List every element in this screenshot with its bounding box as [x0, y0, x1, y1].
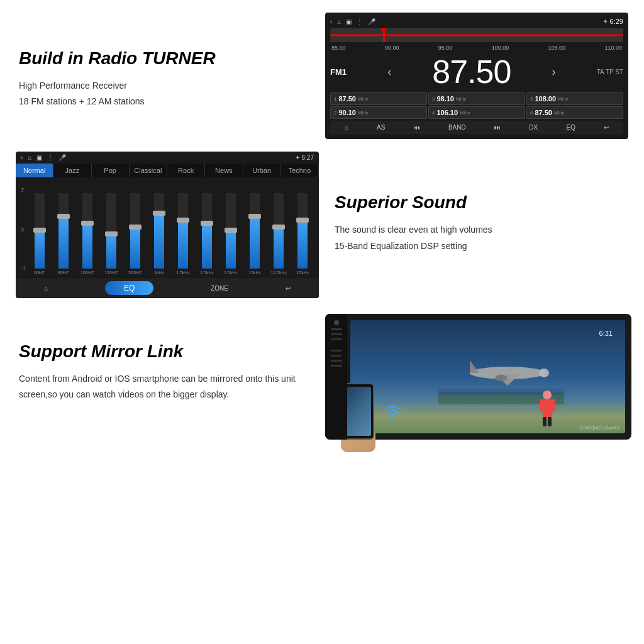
unit-button4[interactable]: [331, 350, 342, 352]
eq-band-thumb-5[interactable]: [153, 211, 165, 216]
eq-tab-classical[interactable]: Classical: [130, 164, 167, 177]
eq-toolbar-eq[interactable]: EQ: [105, 281, 153, 295]
radio-frequency-slider[interactable]: [330, 28, 623, 42]
eq-band-track-7: [202, 193, 212, 269]
toolbar-as[interactable]: AS: [377, 124, 385, 131]
preset-freq-6: 87.50: [535, 109, 552, 116]
toolbar-next[interactable]: ⏭: [494, 124, 501, 131]
unit-button2[interactable]: [331, 333, 342, 335]
preset-unit-4: MHz: [460, 110, 470, 116]
eq-band-0[interactable]: 60HZ: [28, 187, 50, 275]
person-svg: [538, 390, 557, 428]
radio-main-display: FM1 ‹ 87.50 › TA TP ST: [330, 53, 623, 91]
eq-tab-rock[interactable]: Rock: [167, 164, 205, 177]
preset-4[interactable]: 4 106.10 MHz: [428, 106, 525, 119]
eq-tab-urban[interactable]: Urban: [243, 164, 281, 177]
eq-toolbar-zone[interactable]: ZONE: [211, 285, 228, 292]
eq-tab-pop[interactable]: Pop: [92, 164, 130, 177]
eq-band-10[interactable]: 12.5kHz: [268, 187, 290, 275]
radio-statusbar: ‹ ⌂ ▣ ⋮ 🎤 ✦ 6:29: [330, 18, 623, 26]
unit-led: [334, 320, 339, 325]
eq-band-thumb-11[interactable]: [296, 218, 309, 223]
eq-band-thumb-8[interactable]: [225, 228, 237, 233]
eq-band-thumb-6[interactable]: [177, 218, 189, 223]
eq-band-11[interactable]: 15kHz: [292, 187, 314, 275]
preset-unit-1: MHz: [358, 96, 368, 102]
back-icon[interactable]: ‹: [330, 18, 332, 25]
eq-band-thumb-2[interactable]: [81, 221, 94, 226]
toolbar-home[interactable]: ⌂: [345, 124, 348, 131]
eq-tab-jazz[interactable]: Jazz: [53, 164, 91, 177]
eq-band-8[interactable]: 7.5kHz: [220, 187, 242, 275]
next-freq-button[interactable]: ›: [552, 65, 556, 79]
slider-track: [330, 35, 623, 36]
eq-band-7[interactable]: 2.5kHz: [196, 187, 218, 275]
svg-rect-10: [550, 399, 555, 412]
toolbar-dx[interactable]: DX: [529, 124, 538, 131]
eq-band-9[interactable]: 10kHz: [244, 187, 266, 275]
eq-back-icon[interactable]: ‹: [21, 154, 23, 161]
eq-preset-tabs: Normal Jazz Pop Classical Rock News Urba…: [16, 164, 319, 177]
preset-unit-3: MHz: [456, 96, 466, 102]
preset-2[interactable]: 2 90.10 MHz: [330, 106, 427, 119]
eq-band-2[interactable]: 100HZ: [76, 187, 98, 275]
svg-point-13: [391, 418, 394, 421]
preset-num-6: 6: [530, 110, 533, 116]
eq-band-thumb-10[interactable]: [272, 225, 285, 230]
unit-button5[interactable]: [331, 355, 342, 357]
freq-label-6: 110.00: [604, 45, 622, 51]
home-icon[interactable]: ⌂: [337, 18, 341, 25]
toolbar-band[interactable]: BAND: [448, 124, 466, 131]
prev-freq-button[interactable]: ‹: [387, 65, 391, 79]
mirror-text-section: Support Mirror Link Content from Android…: [6, 301, 322, 443]
eq-menu-icon[interactable]: ⋮: [47, 154, 53, 161]
eq-tab-techno[interactable]: Techno: [281, 164, 319, 177]
toolbar-back[interactable]: ↩: [604, 124, 609, 131]
eq-toolbar-back[interactable]: ↩: [286, 285, 291, 292]
preset-1[interactable]: 1 87.50 MHz: [330, 92, 427, 105]
eq-band-thumb-0[interactable]: [33, 228, 46, 233]
eq-band-track-4: [130, 193, 140, 269]
toolbar-eq[interactable]: EQ: [567, 124, 575, 131]
eq-band-5[interactable]: 1kHz: [148, 187, 170, 275]
mirror-description: Content from Android or IOS smartphone c…: [19, 371, 316, 402]
eq-band-track-2: [82, 193, 92, 269]
toolbar-prev[interactable]: ⏮: [414, 124, 420, 131]
eq-band-thumb-3[interactable]: [105, 231, 118, 236]
eq-tab-news[interactable]: News: [205, 164, 243, 177]
eq-tab-normal[interactable]: Normal: [16, 164, 53, 177]
eq-band-label-5: 1kHz: [154, 270, 164, 275]
sound-text-section: Superior Sound The sound is clear even a…: [322, 145, 638, 301]
eq-band-3[interactable]: 120HZ: [100, 187, 122, 275]
eq-screen-section: ‹ ⌂ ▣ ⋮ 🎤 ✦ 6:27 Normal Jazz Pop Classic…: [6, 145, 322, 301]
eq-band-track-11: [297, 193, 308, 269]
eq-band-4[interactable]: 500HZ: [124, 187, 146, 275]
eq-window-icon[interactable]: ▣: [36, 154, 42, 161]
eq-band-thumb-4[interactable]: [129, 225, 142, 230]
eq-band-6[interactable]: 1.5kHz: [172, 187, 194, 275]
phone-device: [343, 383, 374, 440]
eq-band-fill-7: [202, 223, 212, 269]
freq-label-5: 105.00: [548, 45, 566, 51]
eq-band-track-8: [226, 193, 236, 269]
eq-band-1[interactable]: 80HZ: [52, 187, 74, 275]
radio-screen-section: ‹ ⌂ ▣ ⋮ 🎤 ✦ 6:29 85.00 90.00 95.00: [322, 6, 638, 145]
window-icon[interactable]: ▣: [346, 18, 352, 25]
radio-band-label: FM1: [330, 67, 347, 77]
unit-button3[interactable]: [331, 338, 342, 340]
unit-button6[interactable]: [331, 360, 342, 362]
eq-band-thumb-7[interactable]: [201, 221, 213, 226]
radio-rds: TA TP ST: [597, 69, 623, 75]
eq-band-thumb-1[interactable]: [57, 214, 70, 219]
preset-num-1: 1: [334, 96, 336, 102]
preset-6[interactable]: 6 87.50 MHz: [526, 106, 623, 119]
preset-5[interactable]: 5 108.00 MHz: [526, 92, 623, 105]
eq-band-thumb-9[interactable]: [248, 214, 261, 219]
unit-button1[interactable]: [331, 328, 342, 330]
eq-home-icon[interactable]: ⌂: [28, 154, 31, 161]
menu-icon[interactable]: ⋮: [357, 18, 363, 25]
unit-button7[interactable]: [331, 365, 342, 367]
eq-toolbar-home[interactable]: ⌂: [44, 285, 48, 292]
preset-3[interactable]: 3 98.10 MHz: [428, 92, 525, 105]
eq-y-labels: 7 0 -7: [21, 187, 26, 275]
